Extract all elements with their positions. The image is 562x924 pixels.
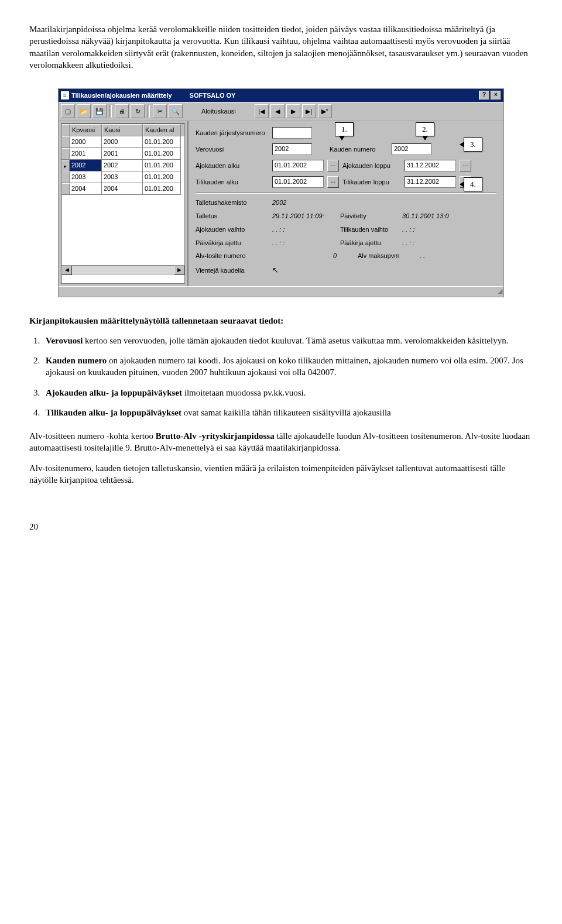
label-talletus: Talletus	[196, 212, 269, 221]
input-ajokauden-alku[interactable]: 01.01.2002	[272, 160, 324, 171]
date-picker-button[interactable]: ...	[460, 160, 471, 171]
callout-1: 1.	[335, 122, 354, 136]
value-alv-tosite-numero: 0	[272, 252, 354, 260]
toolbar: ▢ 📂 💾 🖨 ↻ ✂ 🔍 Aloituskausi |◀ ◀ ▶ ▶| ▶*	[59, 102, 503, 121]
date-picker-button[interactable]: ...	[327, 160, 339, 171]
label-ajokauden-alku: Ajokauden alku	[196, 162, 269, 170]
label-paakirja-ajettu: Pääkirja ajettu	[340, 239, 399, 248]
paragraph-alv: Alv-tositteen numero -kohta kertoo Brutt…	[29, 430, 533, 454]
titlebar: ≡ Tilikausien/ajokausien määrittely SOFT…	[59, 89, 503, 102]
nav-first-button[interactable]: |◀	[255, 104, 269, 118]
label-vienteja-kaudella: Vientejä kaudella	[196, 266, 269, 275]
label-ajokauden-loppu: Ajokauden loppu	[342, 162, 401, 170]
tool-save-icon[interactable]: 💾	[92, 104, 107, 118]
input-kauden-numero[interactable]: 2002	[392, 143, 431, 155]
tool-cut-icon[interactable]: ✂	[153, 104, 167, 118]
table-row[interactable]: 2004200401.01.200	[61, 183, 184, 195]
input-ajokauden-loppu[interactable]: 31.12.2002	[405, 160, 456, 171]
nav-next-button[interactable]: ▶	[286, 104, 300, 118]
table-row[interactable]: 2001200101.01.200	[61, 148, 184, 160]
help-button[interactable]: ?	[479, 91, 489, 100]
date-picker-button[interactable]: ...	[327, 176, 339, 188]
company-name: SOFTSALO OY	[190, 91, 236, 100]
table-row[interactable]: 2000200001.01.200	[61, 136, 184, 148]
value-paivitetty: 30.11.2001 13:0	[402, 212, 449, 221]
intro-paragraph: Maatilakirjanpidoissa ohjelma kerää vero…	[29, 23, 533, 71]
input-jarjestysnumero[interactable]	[272, 127, 312, 139]
input-verovuosi[interactable]: 2002	[272, 143, 312, 155]
tool-new-icon[interactable]: ▢	[61, 104, 75, 118]
label-kauden-numero: Kauden numero	[330, 145, 388, 154]
input-tilikauden-loppu[interactable]: 31.12.2002	[405, 176, 456, 188]
window-title: Tilikausien/ajokausien määrittely	[71, 91, 172, 100]
nav-new-button[interactable]: ▶*	[318, 104, 332, 118]
list-item: Verovuosi kertoo sen verovuoden, jolle t…	[42, 335, 533, 346]
callout-2: 2.	[416, 122, 434, 136]
tool-find-icon[interactable]: 🔍	[169, 104, 183, 118]
value-alv-maksupvm: . .	[420, 252, 425, 260]
callout-4: 4.	[464, 177, 482, 191]
tool-print-icon[interactable]: 🖨	[115, 104, 129, 118]
app-window: ≡ Tilikausien/ajokausien määrittely SOFT…	[58, 88, 504, 297]
tool-refresh-icon[interactable]: ↻	[131, 104, 145, 118]
form-panel: 1. 2. 3. 4. Kauden järjestysnumero Verov…	[187, 121, 503, 286]
list-item: Kauden numero on ajokauden numero tai ko…	[42, 355, 533, 379]
nav-prev-button[interactable]: ◀	[270, 104, 285, 118]
input-tilikauden-alku[interactable]: 01.01.2002	[272, 176, 324, 188]
value-paakirja-ajettu: . . : :	[402, 239, 414, 248]
numbered-list: Verovuosi kertoo sen verovuoden, jolle t…	[42, 335, 533, 418]
col-kpvuosi[interactable]: Kpvuosi	[70, 124, 102, 136]
label-ajokauden-vaihto: Ajokauden vaihto	[196, 225, 269, 234]
value-paivakirja-ajettu: . . : :	[272, 239, 337, 248]
label-verovuosi: Verovuosi	[196, 145, 269, 154]
list-item: Ajokauden alku- ja loppupäiväykset ilmoi…	[42, 387, 533, 399]
label-jarjestysnumero: Kauden järjestysnumero	[196, 129, 269, 138]
close-button[interactable]: ×	[491, 91, 501, 100]
label-paivitetty: Päivitetty	[340, 212, 399, 221]
value-ajokauden-vaihto: . . : :	[272, 225, 337, 234]
col-kaudenal[interactable]: Kauden al	[143, 124, 181, 136]
app-icon: ≡	[61, 91, 69, 99]
label-tilikauden-alku: Tilikauden alku	[196, 178, 269, 187]
section-heading: Kirjanpitokausien määrittelynäytöllä tal…	[29, 315, 533, 327]
grid-scrollbar[interactable]: ◀▶	[61, 265, 184, 275]
callout-3: 3.	[464, 138, 482, 152]
nav-last-button[interactable]: ▶|	[302, 104, 316, 118]
label-paivakirja-ajettu: Päiväkirja ajettu	[196, 239, 269, 248]
periods-grid[interactable]: Kpvuosi Kausi Kauden al 2000200001.01.20…	[61, 123, 185, 284]
list-item: Tilikauden alku- ja loppupäiväykset ovat…	[42, 407, 533, 418]
label-talletushakemisto: Talletushakemisto	[196, 198, 269, 207]
cursor-icon: ↖	[272, 265, 279, 276]
col-kausi[interactable]: Kausi	[102, 124, 143, 136]
label-alv-maksupvm: Alv maksupvm	[358, 252, 416, 260]
aloituskausi-label: Aloituskausi	[198, 107, 239, 116]
label-tilikauden-loppu: Tilikauden loppu	[342, 178, 401, 187]
tool-open-icon[interactable]: 📂	[77, 104, 91, 118]
value-tilikauden-vaihto: . . : :	[402, 225, 414, 234]
table-row-selected[interactable]: 2002200201.01.200	[61, 160, 184, 172]
value-talletushakemisto: 2002	[272, 198, 286, 207]
table-row[interactable]: 2003200301.01.200	[61, 171, 184, 183]
resize-grip-icon[interactable]: ◢	[59, 286, 503, 297]
paragraph-auto-save: Alv-tositenumero, kauden tietojen tallet…	[29, 462, 533, 486]
label-alv-tosite-numero: Alv-tosite numero	[196, 252, 269, 260]
page-number: 20	[29, 521, 533, 533]
value-talletus: 29.11.2001 11:09:	[272, 212, 337, 221]
label-tilikauden-vaihto: Tilikauden vaihto	[340, 225, 399, 234]
